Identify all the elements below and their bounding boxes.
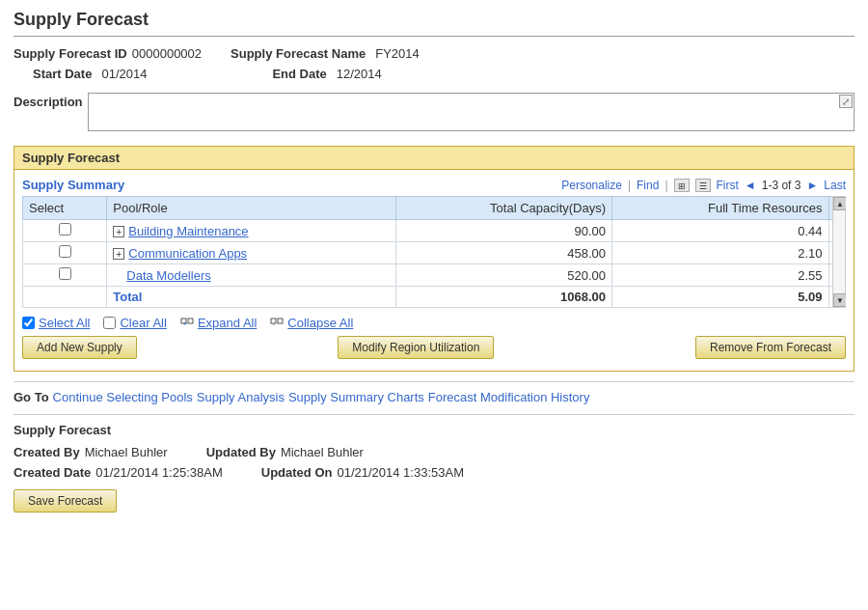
expand-all-area[interactable]: + Expand All [180, 316, 257, 330]
footer-title: Supply Forecast [14, 423, 854, 437]
pagination-first[interactable]: First [717, 179, 739, 192]
svg-rect-2 [188, 319, 193, 323]
expand-row-btn[interactable]: + [113, 248, 124, 260]
select-all-area[interactable]: Select All [22, 316, 90, 330]
description-label: Description [14, 93, 83, 109]
modify-region-button[interactable]: Modify Region Utilization [338, 336, 494, 359]
goto-label: Go To [14, 390, 49, 404]
save-forecast-button[interactable]: Save Forecast [14, 489, 117, 513]
total-label[interactable]: Total [107, 287, 395, 308]
forecast-name-label: Supply Forecast Name [231, 46, 366, 61]
row-checkbox[interactable] [59, 223, 71, 236]
scroll-up[interactable]: ▲ [833, 197, 846, 210]
total-capacity-cell: 90.00 [395, 220, 611, 242]
expand-textarea-icon[interactable]: ⤢ [839, 95, 853, 108]
col-ftr: Full Time Resources [612, 197, 828, 220]
total-capacity-value: 1068.00 [395, 287, 611, 308]
add-new-supply-button[interactable]: Add New Supply [22, 336, 137, 359]
updated-by-label: Updated By [206, 445, 276, 459]
supply-forecast-section: Supply Forecast Supply Summary Personali… [14, 146, 854, 372]
pagination-last[interactable]: Last [824, 179, 846, 192]
pagination-range: 1-3 of 3 [762, 179, 801, 192]
clear-all-area[interactable]: Clear All [103, 316, 166, 330]
forecast-id-label: Supply Forecast ID [14, 46, 127, 61]
view-icon-2[interactable]: ☰ [695, 179, 711, 192]
pool-role-link[interactable]: Data Modellers [126, 268, 210, 283]
total-capacity-cell: 520.00 [395, 264, 611, 287]
end-date-value: 12/2014 [337, 67, 382, 81]
goto-forecast-history[interactable]: Forecast Modification History [428, 390, 590, 404]
collapse-all-area[interactable]: - Collapse All [270, 316, 353, 330]
forecast-id-value: 0000000002 [132, 46, 202, 61]
select-all-label[interactable]: Select All [39, 316, 90, 330]
updated-by-value: Michael Buhler [281, 445, 364, 459]
page-title: Supply Forecast [14, 10, 854, 30]
svg-text:+: + [182, 319, 187, 327]
row-checkbox[interactable] [59, 245, 71, 258]
scroll-down[interactable]: ▼ [833, 293, 846, 307]
col-total-capacity: Total Capacity(Days) [395, 197, 611, 220]
start-date-label: Start Date [33, 67, 92, 81]
ftr-cell: 2.55 [612, 264, 828, 287]
created-date-label: Created Date [14, 465, 91, 480]
col-select: Select [23, 197, 107, 220]
goto-supply-analysis[interactable]: Supply Analysis [197, 390, 285, 404]
table-row: +Communication Apps458.002.10 [23, 242, 846, 264]
updated-on-value: 01/21/2014 1:33:53AM [337, 465, 464, 480]
created-by-label: Created By [14, 445, 80, 459]
forecast-name-value: FY2014 [375, 46, 420, 61]
section-box-header: Supply Forecast [14, 147, 854, 170]
goto-continue-pools[interactable]: Continue Selecting Pools [53, 390, 193, 404]
personalize-link[interactable]: Personalize [561, 179, 622, 192]
pagination-prev-icon[interactable]: ◄ [745, 179, 756, 192]
svg-rect-5 [278, 319, 283, 323]
total-capacity-cell: 458.00 [395, 242, 611, 264]
select-all-checkbox[interactable] [22, 317, 35, 329]
clear-all-label[interactable]: Clear All [120, 316, 166, 330]
description-input[interactable] [88, 93, 854, 131]
expand-row-btn[interactable]: + [113, 226, 124, 237]
total-row: Total1068.005.09 [23, 287, 846, 308]
table-row: +Building Maintenance90.000.44 [23, 220, 846, 242]
supply-summary-label: Supply Summary [22, 178, 124, 192]
supply-table: Select Pool/Role Total Capacity(Days) Fu… [22, 196, 846, 308]
collapse-all-icon: - [270, 318, 284, 329]
clear-all-checkbox[interactable] [103, 317, 116, 329]
col-pool-role: Pool/Role [107, 197, 395, 220]
expand-all-icon: + [180, 318, 194, 329]
pool-role-link[interactable]: Building Maintenance [128, 224, 248, 238]
pagination-next-icon[interactable]: ► [806, 179, 818, 192]
find-link[interactable]: Find [637, 179, 659, 192]
svg-text:-: - [273, 319, 276, 327]
created-by-value: Michael Buhler [85, 445, 168, 459]
created-date-value: 01/21/2014 1:25:38AM [95, 465, 223, 480]
pool-role-link[interactable]: Communication Apps [128, 246, 247, 261]
start-date-value: 01/2014 [101, 67, 147, 81]
expand-all-label[interactable]: Expand All [198, 316, 257, 330]
total-ftr-value: 5.09 [612, 287, 828, 308]
table-row: Data Modellers520.002.55 [23, 264, 846, 287]
view-icon-1[interactable]: ⊞ [674, 179, 690, 192]
goto-supply-charts[interactable]: Supply Summary Charts [288, 390, 424, 404]
end-date-label: End Date [272, 67, 326, 81]
table-scrollbar[interactable]: ▲ ▼ [832, 196, 846, 308]
remove-from-forecast-button[interactable]: Remove From Forecast [695, 336, 846, 359]
collapse-all-label[interactable]: Collapse All [287, 316, 353, 330]
ftr-cell: 2.10 [612, 242, 828, 264]
updated-on-label: Updated On [261, 465, 333, 480]
row-checkbox[interactable] [59, 267, 71, 280]
footer-section: Supply Forecast Created By Michael Buhle… [14, 414, 854, 513]
ftr-cell: 0.44 [612, 220, 828, 242]
